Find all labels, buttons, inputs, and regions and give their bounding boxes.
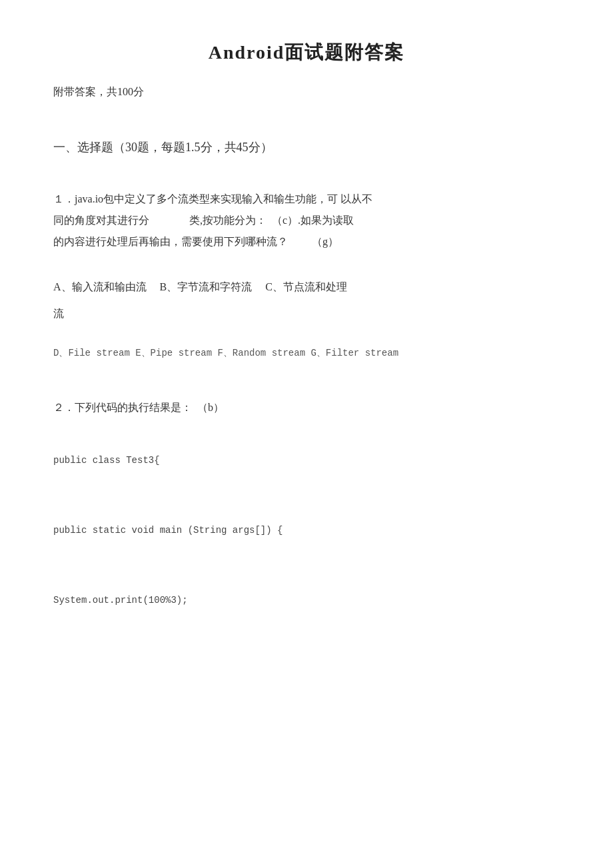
- question-1: １．java.io包中定义了多个流类型来实现输入和输生功能，可 以从不 同的角度…: [53, 189, 560, 364]
- q2-code: public class Test3{ public static void m…: [53, 449, 560, 612]
- code-line-3: [53, 496, 560, 519]
- q1-line3: 的内容进行处理后再输由，需要使用下列哪种流？ （g）: [53, 236, 338, 247]
- question-2: ２．下列代码的执行结果是： （b） public class Test3{ pu…: [53, 397, 560, 612]
- code-line-7: System.out.print(100%3);: [53, 589, 560, 612]
- code-line-5: [53, 542, 560, 566]
- q1-number: １．java.io包中定义了多个流类型来实现输入和输生功能，可 以从不: [53, 193, 372, 205]
- question-1-text: １．java.io包中定义了多个流类型来实现输入和输生功能，可 以从不 同的角度…: [53, 189, 560, 252]
- page-title: Android面试题附答案: [53, 40, 560, 65]
- code-line-1: public class Test3{: [53, 449, 560, 472]
- code-line-6: [53, 566, 560, 589]
- code-line-4: public static void main (String args[]) …: [53, 519, 560, 542]
- q1-options-cn: A、输入流和输由流 B、字节流和字符流 C、节点流和处理: [53, 276, 560, 298]
- code-line-2: [53, 472, 560, 496]
- q1-options-en: D、File stream E、Pipe stream F、Random str…: [53, 343, 560, 364]
- q2-number: ２．下列代码的执行结果是： （b）: [53, 402, 224, 413]
- q1-line2: 同的角度对其进行分 类,按功能分为： （c）.如果为读取: [53, 215, 354, 226]
- question-2-text: ２．下列代码的执行结果是： （b）: [53, 397, 560, 418]
- section1-header: 一、选择题（30题，每题1.5分，共45分）: [53, 139, 560, 155]
- q1-options-cn-line2: 流: [53, 303, 560, 324]
- subtitle: 附带答案，共100分: [53, 85, 560, 99]
